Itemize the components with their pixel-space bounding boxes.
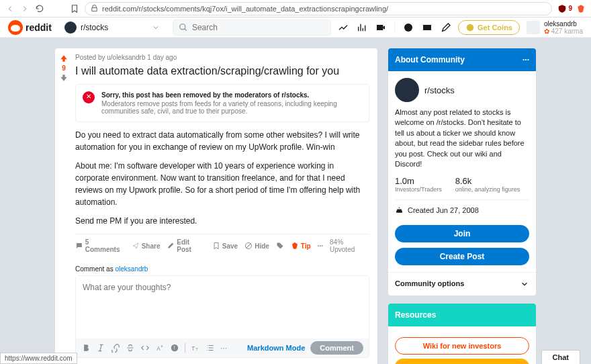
reddit-snoo-icon xyxy=(8,20,23,35)
downvote-icon[interactable] xyxy=(59,73,69,83)
removed-icon xyxy=(83,91,95,103)
chevron-down-icon xyxy=(152,24,160,32)
svg-point-2 xyxy=(404,24,412,32)
cake-icon xyxy=(395,206,404,214)
members-count: 1.0m xyxy=(395,176,442,186)
comment-textarea[interactable] xyxy=(76,276,369,336)
italic-icon[interactable] xyxy=(96,343,105,353)
removed-bold: Sorry, this post has been removed by the… xyxy=(101,91,362,99)
heading-icon[interactable]: TT xyxy=(191,343,200,353)
post-score: 9 xyxy=(62,64,66,72)
comment-editor: Aa ! TT ··· Markdown Mode Comment xyxy=(75,275,369,358)
about-description: Almost any post related to stocks is wel… xyxy=(395,107,529,169)
more-icon[interactable]: ··· xyxy=(522,55,529,64)
avatar xyxy=(527,21,540,34)
search-icon xyxy=(179,23,188,32)
upvote-ratio: 84% Upvoted xyxy=(330,238,369,253)
vote-column: 9 xyxy=(59,54,69,83)
karma: ✿ 427 karma xyxy=(544,28,583,35)
chevron-down-icon xyxy=(520,279,529,289)
created-date: Created Jun 27, 2008 xyxy=(395,199,529,220)
sup-icon[interactable]: Aa xyxy=(155,343,165,353)
mail-icon[interactable] xyxy=(422,22,433,33)
resources-card: Resources Wiki for new investors Join ou… xyxy=(388,304,536,364)
strike-icon[interactable] xyxy=(126,343,135,353)
nav-icons xyxy=(338,22,451,33)
popular-icon[interactable] xyxy=(338,22,349,33)
community-options[interactable]: Community options xyxy=(388,272,536,295)
svg-rect-3 xyxy=(423,25,431,30)
wiki-link[interactable]: Wiki for new investors xyxy=(395,337,529,355)
brave-icon[interactable] xyxy=(576,4,586,13)
removed-notice: Sorry, this post has been removed by the… xyxy=(75,84,369,122)
discord-link[interactable]: Join our Discord! xyxy=(395,359,529,364)
subreddit-icon[interactable] xyxy=(395,78,419,102)
reddit-logo[interactable]: reddit xyxy=(8,20,52,35)
join-button[interactable]: Join xyxy=(395,225,529,242)
post-meta: Posted by u/oleksandrb 1 day ago xyxy=(75,54,369,61)
subreddit-title[interactable]: r/stocks xyxy=(424,85,455,95)
post-body-3: Send me PM if you are interested. xyxy=(75,215,369,227)
username: oleksandrb xyxy=(544,20,583,28)
lock-icon xyxy=(91,5,98,12)
status-bar-url: https://www.reddit.com xyxy=(0,353,77,364)
video-icon[interactable] xyxy=(375,22,386,33)
svg-rect-1 xyxy=(377,25,383,30)
code-icon[interactable] xyxy=(140,343,150,353)
about-card: About Community ··· r/stocks Almost any … xyxy=(388,48,536,295)
share-button[interactable]: Share xyxy=(132,242,161,250)
svg-point-4 xyxy=(467,24,474,31)
search-input[interactable] xyxy=(192,23,325,32)
extension-icons: 9 xyxy=(557,4,586,13)
list-icon[interactable] xyxy=(206,343,215,353)
coin-icon xyxy=(465,23,475,32)
subreddit-name: r/stocks xyxy=(81,23,108,32)
create-icon[interactable] xyxy=(441,22,451,33)
more-format-icon[interactable]: ··· xyxy=(220,343,227,353)
more-button[interactable]: ··· xyxy=(318,242,323,250)
subreddit-dropdown[interactable]: r/stocks xyxy=(58,19,166,36)
comment-toolbar: Aa ! TT ··· Markdown Mode Comment xyxy=(76,338,369,357)
online-count: 8.6k xyxy=(455,176,520,186)
removed-text: Moderators remove posts from feeds for a… xyxy=(101,100,362,115)
save-button[interactable]: Save xyxy=(212,242,238,250)
svg-text:A: A xyxy=(156,346,161,352)
comment-submit-button[interactable]: Comment xyxy=(310,341,363,355)
link-icon[interactable] xyxy=(111,343,120,353)
upvote-icon[interactable] xyxy=(59,54,69,63)
url-text: reddit.com/r/stocks/comments/kqj7ox/i_wi… xyxy=(102,5,388,13)
markdown-mode-button[interactable]: Markdown Mode xyxy=(247,344,305,352)
hide-button[interactable]: Hide xyxy=(244,242,269,250)
ublock-icon[interactable]: 9 xyxy=(557,4,572,13)
svg-text:T: T xyxy=(191,346,195,352)
svg-text:T: T xyxy=(196,347,199,351)
comments-button[interactable]: 5 Comments xyxy=(75,238,125,253)
comment-as-user[interactable]: oleksandrb xyxy=(115,265,148,273)
user-menu[interactable]: oleksandrb ✿ 427 karma xyxy=(527,20,583,35)
get-coins-button[interactable]: Get Coins xyxy=(458,20,520,35)
back-icon[interactable] xyxy=(5,4,15,13)
create-post-button[interactable]: Create Post xyxy=(395,248,529,265)
bold-icon[interactable] xyxy=(81,343,91,353)
post-body-1: Do you need to extract data automaticall… xyxy=(75,129,369,153)
post-actions: 5 Comments Share Edit Post Save Hide Tip… xyxy=(75,234,369,257)
spoiler-icon[interactable]: ! xyxy=(170,343,179,353)
subreddit-icon xyxy=(64,21,77,34)
tip-button[interactable]: Tip xyxy=(291,242,311,250)
edit-button[interactable]: Edit Post xyxy=(167,238,205,253)
chat-icon[interactable] xyxy=(403,22,414,33)
post-card: 9 Posted by u/oleksandrb 1 day ago I wil… xyxy=(55,48,377,364)
post-title: I will automate data extraction/scraping… xyxy=(75,65,369,77)
all-icon[interactable] xyxy=(357,22,367,33)
search-bar[interactable] xyxy=(173,19,331,36)
bookmark-icon[interactable] xyxy=(70,4,79,13)
comment-as-label: Comment as oleksandrb xyxy=(75,265,369,273)
reload-icon[interactable] xyxy=(35,4,44,13)
svg-point-0 xyxy=(180,24,185,29)
post-body-2: About me: I'm software developer with 10… xyxy=(75,160,369,208)
about-header: About Community ··· xyxy=(388,48,536,71)
chat-tab[interactable]: Chat xyxy=(541,350,580,364)
tag-button[interactable] xyxy=(276,242,284,250)
forward-icon[interactable] xyxy=(20,4,30,13)
url-bar[interactable]: reddit.com/r/stocks/comments/kqj7ox/i_wi… xyxy=(85,2,552,15)
